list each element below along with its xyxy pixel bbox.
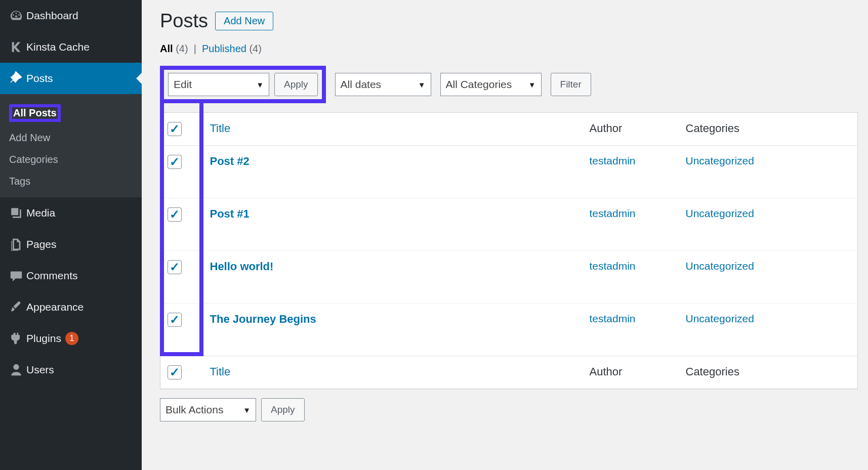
plugins-update-badge: 1 [65, 332, 78, 345]
filter-categories-select[interactable]: All Categories [440, 73, 542, 96]
select-all-checkbox-bottom[interactable] [168, 365, 182, 379]
kinsta-icon [6, 40, 26, 54]
column-title-footer[interactable]: Title [210, 365, 231, 378]
plugin-icon [6, 331, 26, 346]
row-checkbox[interactable] [168, 313, 182, 327]
column-categories-footer: Categories [686, 365, 739, 378]
column-author-footer: Author [590, 365, 623, 378]
bulk-apply-button-bottom[interactable]: Apply [261, 398, 305, 421]
sidebar-item-users[interactable]: Users [0, 354, 142, 386]
pin-icon [6, 71, 26, 86]
sidebar-item-label: Plugins [26, 332, 61, 345]
select-all-checkbox-top[interactable] [168, 122, 182, 136]
sidebar-item-label: Appearance [26, 301, 84, 313]
sidebar-item-kinsta-cache[interactable]: Kinsta Cache [0, 31, 142, 63]
row-checkbox[interactable] [168, 155, 182, 169]
admin-sidebar: Dashboard Kinsta Cache Posts All Posts A… [0, 0, 142, 470]
sidebar-item-label: Posts [26, 72, 53, 84]
table-toolbar: Edit Apply All dates All Categories Filt… [160, 66, 858, 103]
post-author-link[interactable]: testadmin [590, 260, 636, 272]
table-row: Hello world! testadmin Uncategorized [160, 251, 858, 304]
table-header-row: Title Author Categories [160, 113, 858, 146]
post-title-link[interactable]: Post #1 [210, 207, 250, 220]
sidebar-item-label: Pages [26, 238, 57, 250]
sidebar-item-label: Users [26, 364, 54, 376]
filter-dates-select[interactable]: All dates [335, 73, 431, 96]
sidebar-subitem-add-new[interactable]: Add New [0, 127, 142, 149]
bulk-apply-button[interactable]: Apply [274, 73, 318, 96]
row-checkbox[interactable] [168, 207, 182, 222]
comments-icon [6, 269, 26, 283]
sidebar-item-dashboard[interactable]: Dashboard [0, 0, 142, 31]
sidebar-item-label: Media [26, 207, 55, 219]
table-row: The Journey Begins testadmin Uncategoriz… [160, 304, 858, 356]
sidebar-posts-submenu: All Posts Add New Categories Tags [0, 94, 142, 197]
post-category-link[interactable]: Uncategorized [686, 155, 754, 166]
bulk-action-select-bottom[interactable]: Bulk Actions [160, 398, 256, 421]
post-category-link[interactable]: Uncategorized [686, 313, 754, 324]
bulk-action-select[interactable]: Edit [168, 73, 269, 96]
column-author: Author [590, 122, 623, 135]
sidebar-item-comments[interactable]: Comments [0, 260, 142, 291]
sidebar-item-label: Kinsta Cache [26, 41, 90, 53]
sidebar-subitem-tags[interactable]: Tags [0, 170, 142, 192]
filter-button[interactable]: Filter [551, 73, 591, 96]
sidebar-item-label: Dashboard [26, 10, 78, 22]
sidebar-item-plugins[interactable]: Plugins 1 [0, 323, 142, 354]
row-checkbox[interactable] [168, 260, 182, 274]
column-categories: Categories [686, 122, 739, 135]
filter-published[interactable]: Published [202, 43, 246, 54]
post-author-link[interactable]: testadmin [590, 207, 636, 219]
sidebar-item-appearance[interactable]: Appearance [0, 291, 142, 323]
users-icon [6, 363, 26, 377]
post-author-link[interactable]: testadmin [590, 313, 636, 324]
post-category-link[interactable]: Uncategorized [686, 207, 754, 219]
bottom-bulk-actions: Bulk Actions Apply [160, 398, 858, 421]
sidebar-item-media[interactable]: Media [0, 197, 142, 229]
column-title[interactable]: Title [210, 122, 231, 135]
page-title: Posts [160, 10, 208, 32]
add-new-button[interactable]: Add New [215, 12, 273, 30]
highlight-all-posts: All Posts [9, 104, 61, 122]
sidebar-subitem-categories[interactable]: Categories [0, 149, 142, 170]
table-row: Post #2 testadmin Uncategorized [160, 146, 858, 198]
table-row: Post #1 testadmin Uncategorized [160, 198, 858, 251]
gauge-icon [6, 9, 26, 23]
sidebar-item-pages[interactable]: Pages [0, 229, 142, 260]
page-title-row: Posts Add New [160, 10, 858, 32]
sidebar-item-label: Comments [26, 270, 78, 282]
post-title-link[interactable]: The Journey Begins [210, 313, 316, 325]
brush-icon [6, 300, 26, 314]
post-category-link[interactable]: Uncategorized [686, 260, 754, 272]
main-content: Posts Add New All (4) | Published (4) Ed… [142, 0, 868, 470]
pages-icon [6, 237, 26, 251]
media-icon [6, 206, 26, 220]
highlight-bulk-actions: Edit Apply [160, 66, 326, 103]
table-footer-row: Title Author Categories [160, 356, 858, 389]
post-title-link[interactable]: Post #2 [210, 155, 250, 167]
post-title-link[interactable]: Hello world! [210, 260, 274, 273]
filter-all[interactable]: All [160, 43, 173, 54]
post-author-link[interactable]: testadmin [590, 155, 636, 166]
post-status-filters: All (4) | Published (4) [160, 43, 858, 55]
posts-table: Title Author Categories Post #2 testadmi… [160, 112, 858, 389]
sidebar-item-posts[interactable]: Posts [0, 63, 142, 94]
sidebar-subitem-all-posts[interactable]: All Posts [0, 99, 142, 127]
